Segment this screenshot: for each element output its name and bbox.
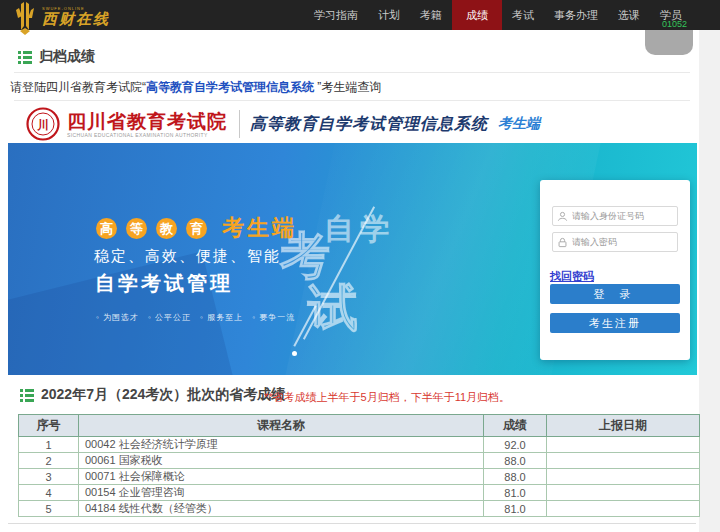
cell-course: 00154 企业管理咨询 — [79, 485, 484, 501]
register-button[interactable]: 考生注册 — [550, 313, 680, 333]
divider — [239, 110, 240, 138]
results-title: 2022年7月（224考次）批次的省考成绩 — [41, 386, 285, 404]
banner-portal-label: 考生端 — [222, 213, 297, 243]
cell-course: 00061 国家税收 — [79, 453, 484, 469]
cell-no: 1 — [19, 437, 79, 453]
cell-no: 3 — [19, 469, 79, 485]
cell-course: 04184 线性代数（经管类） — [79, 501, 484, 517]
table-row: 1 00042 社会经济统计学原理 92.0 — [19, 437, 700, 453]
nav-item-study-guide[interactable]: 学习指南 — [304, 0, 368, 30]
page: 学习指南 计划 考籍 成绩 考试 事务办理 选课 学员 01052 SWUFE-… — [0, 0, 720, 532]
authority-header: 川 四川省教育考试院 SICHUAN EDUCATIONAL EXAMINATI… — [26, 106, 540, 142]
authority-name-en: SICHUAN EDUCATIONAL EXAMINATION AUTHORIT… — [67, 132, 227, 138]
cell-course: 00071 社会保障概论 — [79, 469, 484, 485]
list-icon — [18, 51, 32, 64]
nav-item-course-select[interactable]: 选课 — [608, 0, 650, 30]
archive-section-header: 归档成绩 — [18, 48, 95, 66]
brand-logo[interactable]: SWUFE-ONLINE 西财在线 — [12, 2, 110, 35]
table-row: 5 04184 线性代数（经管类） 81.0 — [19, 501, 700, 517]
results-table: 序号 课程名称 成绩 上报日期 1 00042 社会经济统计学原理 92.0 2… — [18, 414, 700, 517]
cell-score: 81.0 — [484, 501, 547, 517]
authority-seal-icon: 川 — [26, 107, 60, 141]
portal-label: 考生端 — [498, 115, 540, 133]
lock-icon — [557, 237, 568, 248]
table-row: 4 00154 企业管理咨询 81.0 — [19, 485, 700, 501]
banner-slogan-2: 自学考试管理 — [95, 270, 233, 297]
brand-text: SWUFE-ONLINE 西财在线 — [42, 6, 110, 27]
col-header-course: 课程名称 — [79, 415, 484, 437]
system-link[interactable]: 高等教育自学考试管理信息系统 — [146, 80, 314, 94]
table-header-row: 序号 课程名称 成绩 上报日期 — [19, 415, 700, 437]
notice-suffix: ”考生端查询 — [314, 80, 381, 94]
cell-score: 88.0 — [484, 453, 547, 469]
results-section-header: 2022年7月（224考次）批次的省考成绩 — [20, 386, 285, 404]
col-header-no: 序号 — [19, 415, 79, 437]
id-number-input[interactable] — [572, 211, 672, 221]
cell-date — [547, 437, 700, 453]
cell-date — [547, 453, 700, 469]
cell-score: 88.0 — [484, 469, 547, 485]
nav-menu: 学习指南 计划 考籍 成绩 考试 事务办理 选课 学员 01052 — [304, 0, 692, 30]
scrollbar-thumb[interactable] — [645, 30, 693, 55]
notice-prefix: 请登陆四川省教育考试院“ — [10, 80, 146, 94]
cell-course: 00042 社会经济统计学原理 — [79, 437, 484, 453]
forgot-password-link[interactable]: 找回密码 — [550, 269, 594, 284]
swufe-logo-icon — [12, 2, 38, 35]
separator — [14, 72, 690, 73]
authority-names: 四川省教育考试院 SICHUAN EDUCATIONAL EXAMINATION… — [67, 111, 227, 138]
circle-char: 教 — [156, 218, 177, 239]
separator — [14, 100, 690, 101]
login-panel: 找回密码 登 录 考生注册 — [540, 180, 690, 360]
password-field-wrap — [552, 232, 678, 252]
cell-no: 2 — [19, 453, 79, 469]
svg-text:川: 川 — [36, 118, 49, 132]
col-header-date: 上报日期 — [547, 415, 700, 437]
table-row: 3 00071 社会保障概论 88.0 — [19, 469, 700, 485]
cell-no: 5 — [19, 501, 79, 517]
login-button[interactable]: 登 录 — [550, 284, 680, 304]
col-header-score: 成绩 — [484, 415, 547, 437]
nav-item-exam[interactable]: 考试 — [502, 0, 544, 30]
authority-name-cn: 四川省教育考试院 — [67, 111, 227, 132]
circle-char: 高 — [96, 218, 117, 239]
system-name: 高等教育自学考试管理信息系统 — [250, 114, 488, 135]
archive-title: 归档成绩 — [39, 48, 95, 66]
cell-date — [547, 485, 700, 501]
table-row: 2 00061 国家税收 88.0 — [19, 453, 700, 469]
person-icon — [557, 211, 568, 222]
bottom-separator — [8, 523, 696, 524]
archive-notice: 请登陆四川省教育考试院“高等教育自学考试管理信息系统 ”考生端查询 — [10, 79, 381, 96]
results-note: **省考成绩上半年于5月归档，下半年于11月归档。 — [264, 390, 510, 405]
nav-item-member[interactable]: 学员 01052 — [650, 0, 692, 30]
cell-score: 81.0 — [484, 485, 547, 501]
banner-headline: 高 等 教 育 考生端 — [96, 213, 297, 243]
decor-dot — [292, 351, 297, 356]
nav-item-registration[interactable]: 考籍 — [410, 0, 452, 30]
nav-item-affairs[interactable]: 事务办理 — [544, 0, 608, 30]
banner-tagline: ◦ 为国选才 ◦ 公平公正 ◦ 服务至上 ◦ 要争一流 — [96, 312, 295, 323]
brand-title: 西财在线 — [42, 11, 110, 27]
nav-item-scores[interactable]: 成绩 — [452, 0, 502, 30]
banner-slogan-1: 稳定、高效、便捷、智能 — [94, 247, 281, 266]
scrollbar-track — [699, 30, 720, 532]
cell-date — [547, 501, 700, 517]
id-field-wrap — [552, 206, 678, 226]
cell-date — [547, 469, 700, 485]
cell-no: 4 — [19, 485, 79, 501]
list-icon — [20, 389, 34, 402]
member-id-text: 01052 — [662, 17, 687, 31]
hero-banner: 自学 考 试 高 等 教 育 考生端 稳定、高效、便捷、智能 自学考试管理 ◦ … — [8, 143, 697, 375]
circle-char: 育 — [186, 218, 207, 239]
password-input[interactable] — [572, 237, 672, 247]
circle-char: 等 — [126, 218, 147, 239]
cell-score: 92.0 — [484, 437, 547, 453]
nav-item-plan[interactable]: 计划 — [368, 0, 410, 30]
